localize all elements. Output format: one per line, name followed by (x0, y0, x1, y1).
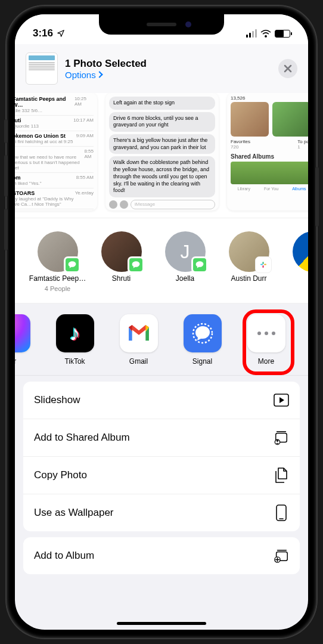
action-copy-photo[interactable]: Copy Photo (23, 457, 300, 494)
appstore-icon (120, 200, 128, 209)
options-button[interactable]: Options (65, 70, 271, 80)
background-app-switcher: Famtastic Peeps and W…rdle 332 5/6…10:25… (15, 93, 308, 218)
contact-partial[interactable] (281, 231, 308, 292)
contact-austin[interactable]: Austin Durr (217, 231, 281, 292)
action-add-shared-album[interactable]: Add to Shared Album (23, 419, 300, 457)
contact-shruti[interactable]: Shruti (89, 231, 153, 292)
svg-rect-13 (277, 505, 286, 521)
signal-icon (184, 314, 222, 352)
tiktok-icon (56, 314, 94, 352)
app-messenger[interactable]: ger (15, 314, 43, 366)
slack-badge-icon (255, 256, 272, 273)
svg-point-0 (265, 35, 267, 37)
bg-app-chat: Left again at the stop sign Drive 6 more… (105, 93, 219, 210)
bg-app-messages-list: Famtastic Peeps and W…rdle 332 5/6…10:25… (15, 93, 97, 210)
chevron-right-icon (96, 71, 103, 78)
svg-rect-3 (262, 262, 263, 264)
avatar (229, 231, 269, 272)
svg-rect-4 (262, 265, 263, 268)
app-tiktok[interactable]: TikTok (43, 314, 107, 366)
app-signal[interactable]: Signal (170, 314, 234, 366)
svg-point-7 (265, 332, 268, 335)
contact-joella[interactable]: J Joella (153, 231, 217, 292)
phone-icon (274, 505, 289, 521)
avatar: J (165, 231, 206, 272)
share-apps-row[interactable]: ger TikTok Gmail (15, 304, 308, 376)
svg-rect-1 (260, 264, 263, 265)
notch (99, 14, 224, 35)
svg-point-6 (257, 332, 261, 335)
messages-badge-icon (128, 256, 144, 273)
wifi-icon (260, 29, 271, 38)
location-icon (57, 29, 65, 38)
home-indicator[interactable] (117, 622, 206, 625)
app-gmail[interactable]: Gmail (107, 314, 170, 366)
gmail-icon (120, 314, 158, 352)
share-sheet-header: 1 Photo Selected Options (15, 44, 308, 93)
header-title: 1 Photo Selected (65, 58, 271, 70)
play-icon (274, 392, 289, 408)
avatar (293, 231, 309, 272)
avatar (101, 231, 142, 272)
selected-photo-thumbnail[interactable] (26, 52, 58, 85)
action-use-wallpaper[interactable]: Use as Wallpaper (23, 494, 300, 531)
messages-badge-icon (191, 256, 208, 273)
add-album-icon (274, 548, 289, 564)
messenger-icon (15, 314, 30, 352)
airdrop-contacts-row[interactable]: Famtastic Peep… 4 People Shruti J (15, 218, 308, 304)
camera-icon (109, 200, 117, 209)
more-icon (247, 314, 285, 352)
battery-icon (275, 30, 290, 38)
action-add-to-album[interactable]: Add to Album (23, 537, 300, 574)
close-button[interactable] (278, 59, 297, 78)
phone-frame: 3:16 1 Photo Selected Options (7, 6, 316, 638)
cellular-icon (246, 29, 257, 38)
shared-album-icon (274, 430, 289, 445)
action-slideshow[interactable]: Slideshow (23, 382, 300, 419)
screen: 3:16 1 Photo Selected Options (15, 14, 308, 630)
messages-badge-icon (64, 256, 80, 273)
svg-point-12 (277, 440, 278, 442)
copy-icon (274, 467, 289, 483)
status-time: 3:16 (33, 27, 53, 39)
contact-famtastic[interactable]: Famtastic Peep… 4 People (26, 231, 89, 292)
svg-point-8 (272, 332, 275, 335)
svg-rect-2 (264, 264, 266, 265)
bg-app-photos: 13,5269 Favorites720To post1 Shared Albu… (227, 93, 308, 210)
avatar (38, 231, 78, 272)
app-more[interactable]: More (234, 314, 298, 366)
share-actions-list: Slideshow Add to Shared Album Copy Photo (15, 376, 308, 580)
